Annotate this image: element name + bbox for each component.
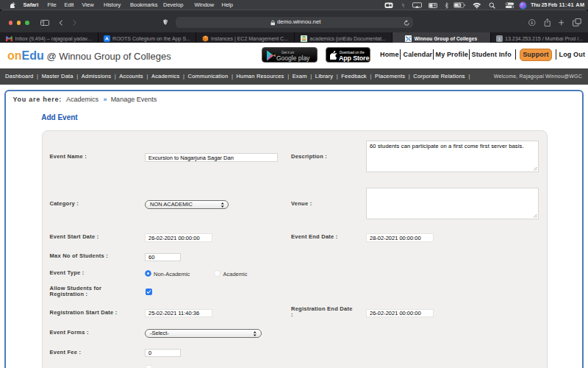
svg-text:1: 1: [498, 36, 501, 41]
